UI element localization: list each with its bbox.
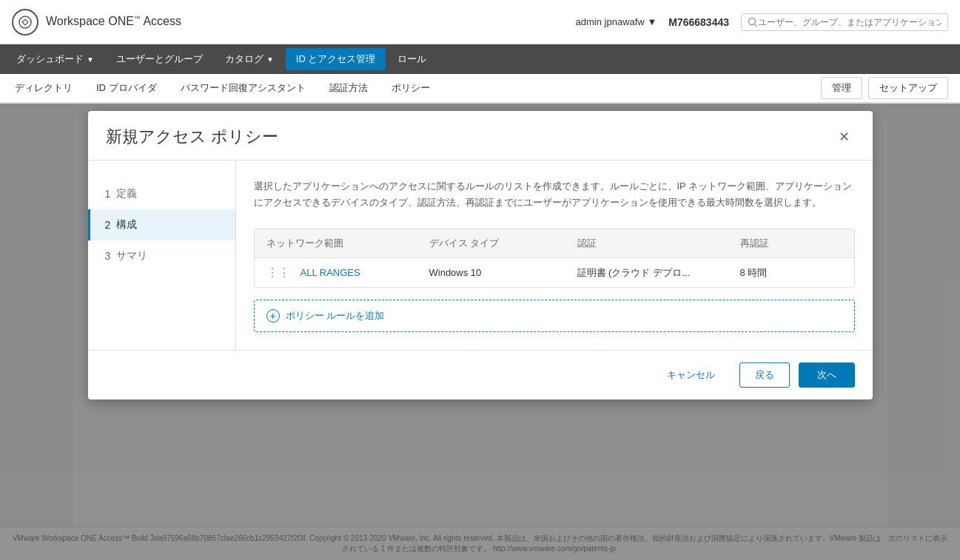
cell-auth: 証明書 (クラウド デプロ... bbox=[577, 266, 740, 280]
dialog-footer: キャンセル 戻る 次へ bbox=[88, 350, 873, 399]
drag-handle-icon[interactable]: ⋮⋮ bbox=[266, 266, 290, 280]
nav-item-users-groups[interactable]: ユーザーとグループ bbox=[106, 48, 213, 70]
subnav-directory[interactable]: ディレクトリ bbox=[12, 75, 75, 103]
cell-device: Windows 10 bbox=[429, 267, 577, 278]
table-row: ⋮⋮ ALL RANGES Windows 10 証明書 (クラウド デプロ..… bbox=[255, 258, 854, 287]
back-button[interactable]: 戻る bbox=[739, 362, 790, 388]
nav-item-catalog[interactable]: カタログ ▼ bbox=[215, 48, 284, 70]
chevron-down-icon: ▼ bbox=[266, 55, 274, 64]
col-header-auth: 認証 bbox=[577, 237, 740, 250]
dialog-main-content: 選択したアプリケーションへのアクセスに関するルールのリストを作成できます。ルール… bbox=[236, 161, 873, 350]
modal-overlay: 新規アクセス ポリシー ✕ 1 定義 2 構成 3 bbox=[0, 104, 960, 560]
nav-item-dashboard[interactable]: ダッシュボード ▼ bbox=[6, 48, 104, 70]
nav-item-roles[interactable]: ロール bbox=[387, 48, 437, 70]
cell-network: ⋮⋮ ALL RANGES bbox=[266, 266, 429, 280]
subnav-idp[interactable]: ID プロバイダ bbox=[93, 75, 160, 103]
subnav-password-recovery[interactable]: パスワード回復アシスタント bbox=[178, 75, 309, 103]
add-policy-rule-button[interactable]: + ポリシー ルールを追加 bbox=[254, 300, 855, 332]
add-rule-label: ポリシー ルールを追加 bbox=[286, 309, 385, 323]
col-header-device: デバイス タイプ bbox=[429, 237, 577, 250]
step-2-number: 2 bbox=[105, 219, 111, 231]
header-right: admin jpnawafw ▼ M766683443 bbox=[576, 13, 948, 31]
close-button[interactable]: ✕ bbox=[834, 126, 855, 147]
user-dropdown-arrow[interactable]: ▼ bbox=[647, 16, 657, 27]
svg-point-0 bbox=[19, 16, 31, 28]
dialog-header: 新規アクセス ポリシー ✕ bbox=[88, 111, 873, 161]
description-text: 選択したアプリケーションへのアクセスに関するルールのリストを作成できます。ルール… bbox=[254, 178, 855, 211]
step-3-number: 3 bbox=[105, 250, 111, 262]
table-header: ネットワーク範囲 デバイス タイプ 認証 再認証 bbox=[255, 229, 854, 258]
next-button[interactable]: 次へ bbox=[799, 362, 855, 388]
cell-reauth: 8 時間 bbox=[740, 266, 873, 280]
dialog-body: 1 定義 2 構成 3 サマリ 選択したアプリケーションへのアクセスに関するルー… bbox=[88, 161, 873, 350]
search-input[interactable] bbox=[758, 17, 941, 27]
tenant-id: M766683443 bbox=[668, 16, 729, 28]
steps-sidebar: 1 定義 2 構成 3 サマリ bbox=[88, 161, 236, 350]
step-3-summary[interactable]: 3 サマリ bbox=[88, 240, 235, 271]
policy-table: ネットワーク範囲 デバイス タイプ 認証 再認証 ⋮⋮ ALL RANGES bbox=[254, 229, 855, 288]
app-title: Workspace ONE™ Access bbox=[46, 15, 181, 28]
svg-line-2 bbox=[755, 24, 758, 27]
manage-button[interactable]: 管理 bbox=[821, 77, 862, 99]
svg-point-1 bbox=[749, 18, 756, 24]
col-header-network: ネットワーク範囲 bbox=[266, 237, 429, 250]
user-info: admin jpnawafw ▼ bbox=[576, 16, 657, 27]
nav-item-id-access[interactable]: ID とアクセス管理 bbox=[286, 48, 386, 70]
search-icon bbox=[748, 17, 758, 27]
step-3-label: サマリ bbox=[116, 249, 147, 263]
subnav-policy[interactable]: ポリシー bbox=[389, 75, 433, 103]
dialog-title: 新規アクセス ポリシー bbox=[106, 126, 278, 148]
logo-area: Workspace ONE™ Access bbox=[12, 9, 181, 36]
subnav: ディレクトリ ID プロバイダ パスワード回復アシスタント 認証方法 ポリシー … bbox=[0, 74, 960, 104]
new-access-policy-dialog: 新規アクセス ポリシー ✕ 1 定義 2 構成 3 bbox=[88, 111, 873, 399]
step-1-definition[interactable]: 1 定義 bbox=[88, 178, 235, 209]
col-header-reauth: 再認証 bbox=[740, 237, 873, 250]
search-box[interactable] bbox=[741, 13, 948, 31]
subnav-right: 管理 セットアップ bbox=[821, 77, 948, 99]
chevron-down-icon: ▼ bbox=[87, 55, 94, 64]
header: Workspace ONE™ Access admin jpnawafw ▼ M… bbox=[0, 0, 960, 44]
app-logo-icon bbox=[12, 9, 38, 36]
network-range-link[interactable]: ALL RANGES bbox=[301, 267, 360, 278]
username: admin jpnawafw bbox=[576, 16, 645, 27]
step-2-configuration[interactable]: 2 構成 bbox=[88, 209, 235, 240]
plus-circle-icon: + bbox=[266, 309, 280, 323]
step-1-label: 定義 bbox=[116, 187, 137, 200]
cancel-button[interactable]: キャンセル bbox=[651, 362, 731, 388]
step-1-number: 1 bbox=[105, 188, 111, 200]
navbar: ダッシュボード ▼ ユーザーとグループ カタログ ▼ ID とアクセス管理 ロー… bbox=[0, 44, 960, 74]
setup-button[interactable]: セットアップ bbox=[868, 77, 948, 99]
step-2-label: 構成 bbox=[116, 218, 137, 232]
page-background: 新規アクセス ポリシー ✕ 1 定義 2 構成 3 bbox=[0, 104, 960, 560]
subnav-auth-methods[interactable]: 認証方法 bbox=[326, 75, 371, 103]
subnav-left: ディレクトリ ID プロバイダ パスワード回復アシスタント 認証方法 ポリシー bbox=[12, 74, 433, 102]
